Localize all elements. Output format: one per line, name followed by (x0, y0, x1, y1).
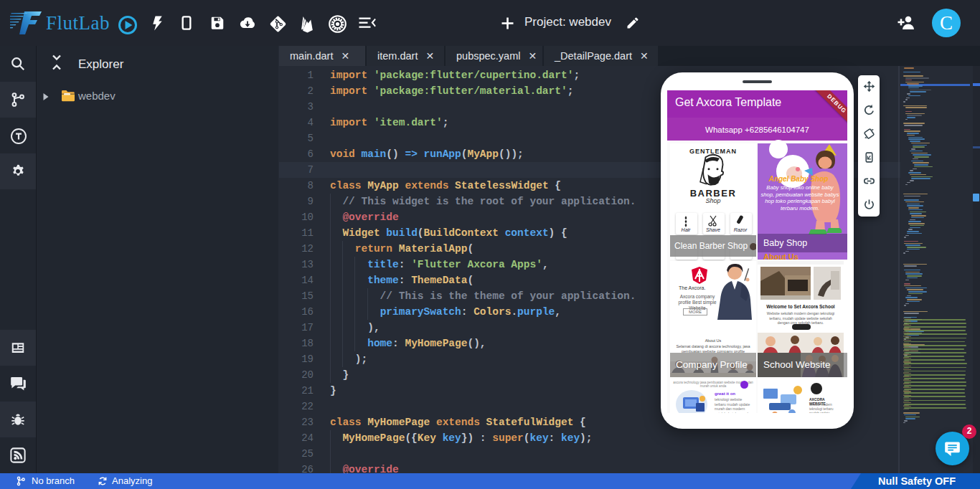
svg-text:Shave: Shave (706, 227, 720, 232)
svg-text:Hair: Hair (682, 227, 692, 232)
svg-text:Razor: Razor (734, 227, 748, 232)
